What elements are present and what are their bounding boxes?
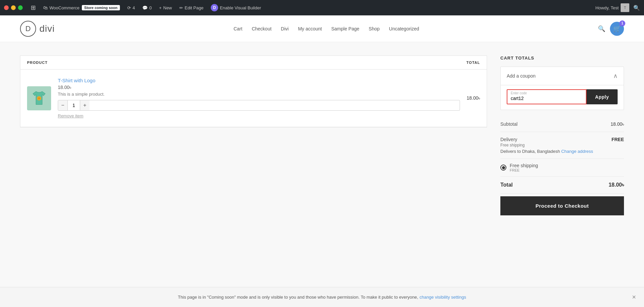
main-content: PRODUCT TOTAL T-Shirt with Logo 18.00৳ T…	[0, 42, 644, 287]
footer-close-button[interactable]: ×	[632, 293, 636, 301]
woocommerce-label: WooCommerce	[49, 5, 79, 10]
footer-notice: This page is in "Coming soon" mode and i…	[0, 287, 644, 307]
edit-page-label: Edit Page	[185, 5, 203, 10]
admin-bar-wp[interactable]: ⊞	[28, 0, 38, 15]
coupon-input-label: Enter code	[507, 90, 586, 95]
subtotal-label: Subtotal	[500, 121, 517, 127]
nav-shop[interactable]: Shop	[369, 26, 380, 31]
admin-bar-comments[interactable]: 💬 0	[140, 0, 154, 15]
admin-bar-updates[interactable]: ⟳ 4	[125, 0, 138, 15]
cart-table: PRODUCT TOTAL T-Shirt with Logo 18.00৳ T…	[20, 56, 487, 127]
radio-inner	[502, 166, 505, 169]
change-visibility-link[interactable]: change visibility settings	[420, 295, 466, 300]
new-label: New	[163, 5, 172, 10]
cart-count-badge: 1	[619, 20, 625, 26]
traffic-lights	[4, 5, 23, 10]
coupon-input-wrap: Enter code	[507, 89, 587, 104]
admin-bar-edit-page[interactable]: ✏ Edit Page	[177, 0, 206, 15]
cart-icon: 🛒	[613, 25, 621, 32]
shipping-option-row: Free shipping FREE	[500, 159, 624, 177]
header-search-button[interactable]: 🔍	[598, 25, 605, 32]
tshirt-image	[30, 89, 48, 108]
delivery-value: FREE	[612, 137, 624, 142]
site-logo[interactable]: D divi	[20, 21, 55, 37]
total-value: 18.00৳	[609, 182, 624, 188]
updates-icon: ⟳	[127, 5, 131, 10]
traffic-light-yellow[interactable]	[11, 5, 16, 10]
nav-cart[interactable]: Cart	[233, 26, 242, 31]
checkout-button[interactable]: Proceed to Checkout	[500, 196, 624, 215]
wp-icon: ⊞	[31, 4, 36, 11]
product-thumbnail	[27, 86, 51, 110]
nav-sample-page[interactable]: Sample Page	[331, 26, 359, 31]
shipping-option-info: Free shipping FREE	[510, 163, 538, 172]
subtotal-value: 18.00৳	[611, 121, 624, 127]
admin-bar-divi[interactable]: D Enable Visual Builder	[208, 0, 264, 15]
subtotal-row: Subtotal 18.00৳	[500, 117, 624, 132]
updates-count: 4	[133, 5, 135, 10]
quantity-input[interactable]	[67, 100, 80, 110]
quantity-control: − +	[58, 100, 460, 111]
product-price: 18.00৳	[58, 85, 460, 90]
site-header: D divi Cart Checkout Divi My account Sam…	[0, 15, 644, 42]
apply-coupon-button[interactable]: Apply	[587, 89, 618, 104]
logo-letter: D	[25, 24, 31, 33]
remove-item-link[interactable]: Remove item	[58, 113, 84, 118]
header-cart-button[interactable]: 🛒 1	[610, 22, 624, 36]
nav-divi[interactable]: Divi	[281, 26, 289, 31]
coupon-chevron-icon: ∧	[613, 72, 618, 80]
coupon-header-text: Add a coupon	[507, 73, 535, 79]
traffic-light-red[interactable]	[4, 5, 9, 10]
footer-notice-text: This page is in "Coming soon" mode and i…	[178, 295, 418, 300]
delivery-address: Delivers to Dhaka, Bangladesh Change add…	[500, 149, 593, 154]
delivery-value-text: FREE	[612, 137, 624, 142]
store-badge: Store coming soon	[82, 5, 120, 10]
pencil-icon: ✏	[179, 5, 183, 10]
avatar: T	[621, 3, 629, 12]
comments-count: 0	[149, 5, 152, 10]
comments-icon: 💬	[142, 5, 148, 10]
howdy-text: Howdy, Test	[595, 5, 619, 10]
admin-bar-woocommerce[interactable]: 🛍 WooCommerce Store coming soon	[40, 0, 123, 15]
total-label: Total	[500, 182, 513, 188]
cart-item-row: T-Shirt with Logo 18.00৳ This is a simpl…	[20, 70, 487, 127]
product-info: T-Shirt with Logo 18.00৳ This is a simpl…	[58, 78, 460, 119]
shipping-option-sub: FREE	[510, 168, 538, 172]
delivery-addr-text: Delivers to Dhaka, Bangladesh	[500, 149, 560, 154]
logo-circle: D	[20, 21, 36, 37]
nav-checkout[interactable]: Checkout	[252, 26, 272, 31]
cart-table-header: PRODUCT TOTAL	[20, 56, 487, 70]
divi-label: Enable Visual Builder	[220, 5, 261, 10]
product-description: This is a simple product.	[58, 92, 460, 97]
nav-uncategorized[interactable]: Uncategorized	[389, 26, 419, 31]
woocommerce-icon: 🛍	[43, 5, 48, 10]
quantity-increase-button[interactable]: +	[80, 100, 90, 110]
delivery-sub: Free shipping	[500, 143, 593, 147]
coupon-input[interactable]	[507, 95, 586, 104]
search-icon[interactable]: 🔍	[633, 5, 640, 11]
coupon-section: Add a coupon ∧ Enter code Apply	[500, 67, 624, 110]
shipping-option-label: Free shipping	[510, 163, 538, 168]
change-address-link[interactable]: Change address	[561, 149, 593, 154]
logo-text: divi	[39, 23, 55, 34]
total-row: Total 18.00৳	[500, 177, 624, 194]
nav-actions: 🔍 🛒 1	[598, 22, 624, 36]
shipping-radio[interactable]	[500, 165, 506, 171]
cart-totals: CART TOTALS Add a coupon ∧ Enter code Ap…	[500, 56, 624, 215]
delivery-row: Delivery Free shipping Delivers to Dhaka…	[500, 132, 624, 159]
divi-icon: D	[211, 4, 218, 11]
admin-bar: ⊞ 🛍 WooCommerce Store coming soon ⟳ 4 💬 …	[0, 0, 644, 15]
plus-icon: +	[159, 5, 162, 10]
product-col-header: PRODUCT	[27, 61, 47, 65]
coupon-header[interactable]: Add a coupon ∧	[501, 67, 624, 85]
total-col-header: TOTAL	[466, 61, 480, 65]
quantity-decrease-button[interactable]: −	[58, 100, 67, 110]
product-name[interactable]: T-Shirt with Logo	[58, 78, 460, 83]
item-total: 18.00৳	[467, 95, 480, 101]
howdy-section[interactable]: Howdy, Test T	[595, 3, 629, 12]
nav-my-account[interactable]: My account	[298, 26, 322, 31]
admin-bar-new[interactable]: + New	[156, 0, 175, 15]
coupon-body: Enter code Apply	[501, 85, 624, 110]
traffic-light-green[interactable]	[18, 5, 23, 10]
site-nav: Cart Checkout Divi My account Sample Pag…	[233, 26, 419, 31]
